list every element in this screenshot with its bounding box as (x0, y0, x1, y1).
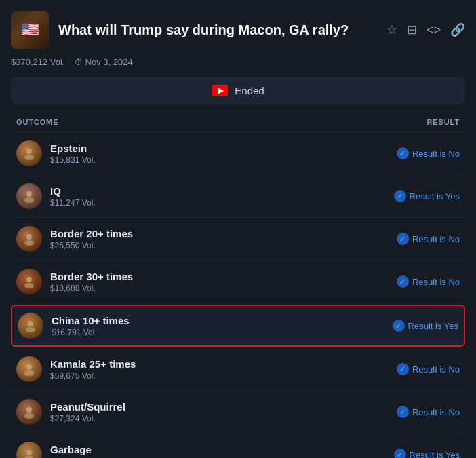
outcome-info: Peanut/Squirrel $27,324 Vol. (50, 401, 397, 423)
header-icons: ☆ ⊟ <> 🔗 (386, 22, 465, 37)
outcome-name: Kamala 25+ times (50, 358, 397, 370)
avatar-image (16, 226, 42, 252)
result-badge: ✓ Result is No (397, 233, 460, 245)
svg-point-14 (26, 450, 32, 455)
check-circle-icon: ✓ (397, 406, 409, 418)
link-icon[interactable]: 🔗 (450, 22, 465, 37)
outcome-avatar (16, 399, 42, 425)
outcome-avatar (16, 140, 42, 166)
outcomes-list: Epstein $15,831 Vol. ✓ Result is No IQ $… (11, 132, 465, 458)
svg-point-7 (24, 283, 34, 288)
col-result-label: RESULT (427, 118, 460, 126)
page-title: What will Trump say during Macon, GA ral… (58, 21, 349, 39)
outcome-volume: $18,688 Vol. (50, 284, 397, 293)
svg-point-6 (26, 277, 32, 282)
avatar-image (18, 313, 43, 339)
bookmark-icon[interactable]: ⊟ (407, 22, 417, 37)
check-circle-icon: ✓ (397, 275, 409, 288)
svg-point-11 (24, 370, 34, 376)
check-circle-icon: ✓ (394, 449, 406, 458)
avatar-image (16, 442, 42, 458)
page-container: 🇺🇸 What will Trump say during Macon, GA … (0, 0, 476, 458)
svg-point-8 (28, 321, 33, 326)
table-row[interactable]: China 10+ times $16,791 Vol. ✓ Result is… (11, 305, 465, 347)
outcome-avatar (16, 226, 42, 252)
result-label: Result is Yes (410, 450, 460, 459)
table-row[interactable]: Peanut/Squirrel $27,324 Vol. ✓ Result is… (11, 391, 465, 434)
code-icon[interactable]: <> (427, 23, 441, 37)
clock-icon: ⏱ (75, 58, 83, 67)
table-header: OUTCOME RESULT (11, 115, 465, 132)
result-label: Result is No (412, 149, 460, 159)
outcome-volume: $16,791 Vol. (52, 328, 393, 337)
outcome-avatar (16, 269, 42, 294)
check-circle-icon: ✓ (397, 363, 409, 375)
thumbnail-image: 🇺🇸 (11, 11, 49, 49)
outcome-name: Garbage (50, 444, 394, 455)
table-row[interactable]: Epstein $15,831 Vol. ✓ Result is No (11, 132, 465, 175)
outcome-volume: $27,324 Vol. (50, 414, 397, 423)
table-row[interactable]: Garbage $15,545 Vol. ✓ Result is Yes (11, 434, 465, 458)
table-row[interactable]: Kamala 25+ times $59,675 Vol. ✓ Result i… (11, 348, 465, 391)
result-badge: ✓ Result is No (397, 363, 460, 375)
ended-label: Ended (235, 85, 264, 96)
outcome-volume: $11,247 Vol. (50, 198, 394, 208)
check-circle-icon: ✓ (397, 233, 409, 245)
outcome-info: IQ $11,247 Vol. (50, 185, 394, 208)
table-row[interactable]: Border 30+ times $18,688 Vol. ✓ Result i… (11, 261, 465, 303)
avatar-image (16, 140, 42, 166)
youtube-play-triangle (218, 88, 224, 94)
header: 🇺🇸 What will Trump say during Macon, GA … (11, 11, 465, 49)
check-circle-icon: ✓ (397, 147, 409, 159)
result-label: Result is No (412, 277, 460, 287)
svg-point-4 (26, 234, 32, 240)
table-row[interactable]: IQ $11,247 Vol. ✓ Result is Yes (11, 175, 465, 218)
outcome-info: Border 20+ times $25,550 Vol. (50, 228, 397, 250)
avatar-image (16, 269, 42, 294)
outcome-avatar (18, 313, 43, 339)
header-thumbnail: 🇺🇸 (11, 11, 49, 49)
result-label: Result is No (412, 234, 460, 244)
outcome-name: IQ (50, 185, 394, 197)
table-row[interactable]: Border 20+ times $25,550 Vol. ✓ Result i… (11, 218, 465, 261)
outcome-info: Epstein $15,831 Vol. (50, 142, 397, 165)
outcome-volume: $15,831 Vol. (50, 155, 397, 165)
outcome-avatar (16, 356, 42, 382)
ended-bar: Ended (11, 77, 465, 104)
outcome-avatar (16, 442, 42, 458)
outcome-info: Border 30+ times $18,688 Vol. (50, 271, 397, 293)
outcome-info: China 10+ times $16,791 Vol. (52, 315, 393, 337)
avatar-image (16, 356, 42, 382)
result-label: Result is Yes (408, 321, 458, 331)
outcome-name: Border 30+ times (50, 271, 397, 282)
result-badge: ✓ Result is Yes (394, 449, 460, 458)
result-badge: ✓ Result is No (397, 275, 460, 288)
meta-row: $370,212 Vol. ⏱ Nov 3, 2024 (11, 57, 465, 67)
svg-point-13 (24, 413, 34, 419)
check-circle-icon: ✓ (393, 320, 405, 332)
outcome-volume: $59,675 Vol. (50, 371, 397, 381)
check-circle-icon: ✓ (394, 190, 406, 202)
svg-point-1 (24, 155, 34, 160)
svg-point-5 (24, 240, 34, 246)
result-label: Result is No (412, 407, 460, 417)
col-outcome-label: OUTCOME (16, 118, 58, 126)
outcome-name: Peanut/Squirrel (50, 401, 397, 413)
svg-point-2 (26, 191, 32, 197)
outcome-name: China 10+ times (52, 315, 393, 326)
result-badge: ✓ Result is No (397, 147, 460, 159)
avatar-image (16, 399, 42, 425)
date-label: Nov 3, 2024 (85, 57, 133, 67)
result-label: Result is Yes (410, 191, 460, 202)
volume-text: $370,212 Vol. (11, 57, 65, 67)
outcome-volume: $25,550 Vol. (50, 241, 397, 250)
outcome-name: Epstein (50, 142, 397, 154)
star-icon[interactable]: ☆ (386, 22, 397, 37)
result-badge: ✓ Result is No (397, 406, 460, 418)
outcome-info: Garbage $15,545 Vol. (50, 444, 394, 459)
result-badge: ✓ Result is Yes (394, 190, 460, 202)
date-text: ⏱ Nov 3, 2024 (75, 57, 133, 67)
outcome-avatar (16, 183, 42, 209)
outcome-name: Border 20+ times (50, 228, 397, 240)
svg-point-3 (24, 197, 34, 203)
